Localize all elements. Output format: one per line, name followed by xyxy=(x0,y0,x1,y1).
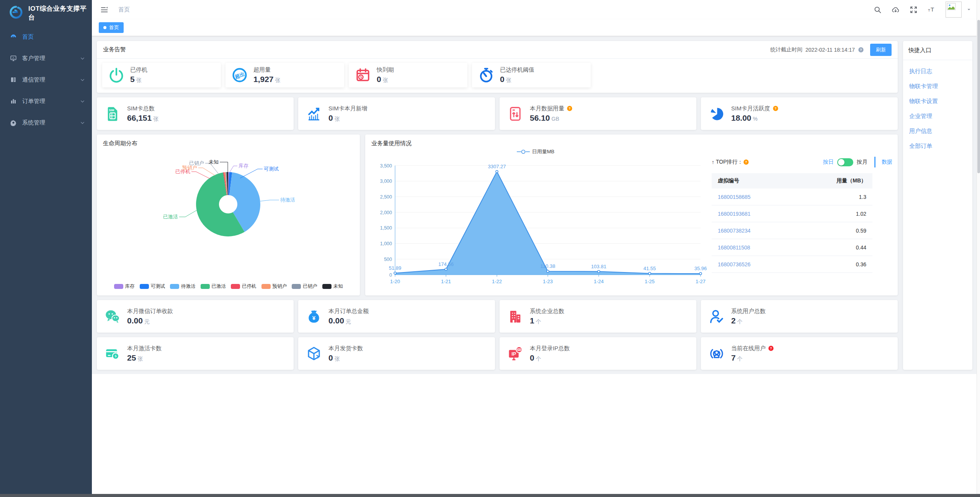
stat-card: 超出超用量1,927张 xyxy=(225,63,344,87)
help-icon[interactable]: ? xyxy=(858,47,864,53)
business-alerts-card: 业务告警 统计截止时间 2022-02-11 18:14:17 ? 刷新 已停机… xyxy=(97,41,898,93)
quick-link[interactable]: 企业管理 xyxy=(909,109,972,124)
tab-home[interactable]: 首页 xyxy=(99,22,124,33)
data-point[interactable] xyxy=(699,272,702,275)
usage-title: 业务量使用情况 xyxy=(365,135,898,147)
stat-value: 18.00% xyxy=(731,113,779,123)
data-point[interactable] xyxy=(547,270,549,272)
virtual-number-link[interactable]: 16800738234 xyxy=(712,228,819,234)
legend-label: 已停机 xyxy=(242,283,256,290)
virtual-number-link[interactable]: 16800193681 xyxy=(712,211,819,217)
y-tick-label: 1,000 xyxy=(380,241,392,246)
stat-label: 超用量 xyxy=(253,66,281,74)
sidebar-item-order[interactable]: 订单管理 xyxy=(0,90,92,112)
sidebar: IOT综合业务支撑平台 首页客户管理通信管理订单管理系统管理 xyxy=(0,0,92,497)
day-month-toggle[interactable] xyxy=(837,158,853,166)
chevron-down-icon xyxy=(80,120,85,125)
stat-card: 已停机5张 xyxy=(102,63,221,87)
data-point[interactable] xyxy=(445,268,447,271)
sidebar-item-customer[interactable]: 客户管理 xyxy=(0,48,92,69)
breadcrumb[interactable]: 首页 xyxy=(118,6,130,13)
top-rank-table: 虚拟编号用量（MB）168001586851.3168001936811.021… xyxy=(712,173,872,273)
by-day-label[interactable]: 按日 xyxy=(823,159,834,166)
topbar-actions: TT xyxy=(874,2,972,18)
help-icon[interactable]: ? xyxy=(768,345,774,351)
legend-item[interactable]: 已销户 xyxy=(292,283,317,290)
data-label: 103.81 xyxy=(591,264,606,269)
sidebar-item-label: 订单管理 xyxy=(22,98,45,105)
column-header: 虚拟编号 xyxy=(712,177,819,184)
pie-label: 已激活 xyxy=(163,214,178,220)
sidebar-item-system[interactable]: 系统管理 xyxy=(0,112,92,133)
usage-area-chart[interactable]: 05001,0001,5002,0002,5003,0003,50051.891… xyxy=(371,154,711,287)
by-month-label[interactable]: 按月 xyxy=(857,159,867,166)
hamburger-icon[interactable] xyxy=(100,6,108,14)
svg-text:SIM: SIM xyxy=(109,108,114,112)
legend-swatch xyxy=(114,284,123,289)
card-activate-icon xyxy=(105,346,121,362)
data-button[interactable]: 数据 xyxy=(882,159,892,166)
stat-value: 66,151张 xyxy=(127,113,158,123)
legend-label: 库存 xyxy=(125,283,135,290)
pie-label-line xyxy=(198,168,215,176)
virtual-number-link[interactable]: 16800158685 xyxy=(712,194,819,200)
window-bottom-edge xyxy=(0,494,980,497)
data-point[interactable] xyxy=(598,271,600,273)
stat-card: 本月数据用量?56.10GB xyxy=(500,97,696,130)
lifecycle-pie-chart[interactable]: 库存可测试待激活已激活已停机预销户已销户未知 xyxy=(97,151,360,279)
legend-item[interactable]: 已停机 xyxy=(231,283,256,290)
statistics-deadline: 统计截止时间 2022-02-11 18:14:17 ? 刷新 xyxy=(770,44,892,56)
sidebar-item-home[interactable]: 首页 xyxy=(0,26,92,48)
legend-item[interactable]: 可测试 xyxy=(140,283,165,290)
table-row: 168001586851.3 xyxy=(712,189,872,205)
quick-link[interactable]: 执行日志 xyxy=(909,64,972,79)
overuse-icon: 超出 xyxy=(232,67,248,83)
data-point[interactable] xyxy=(496,171,498,173)
pie-label: 未知 xyxy=(209,159,219,165)
page-scrollbar[interactable] xyxy=(977,0,980,494)
data-point[interactable] xyxy=(394,272,396,274)
quick-links: 执行日志物联卡管理物联卡设置企业管理用户信息全部订单 xyxy=(903,60,972,154)
refresh-button[interactable]: 刷新 xyxy=(870,44,892,56)
quick-link[interactable]: 物联卡管理 xyxy=(909,79,972,94)
search-icon[interactable] xyxy=(874,6,882,14)
legend-item[interactable]: 已激活 xyxy=(201,283,226,290)
stat-card: 当前在线用户?7个 xyxy=(701,337,898,370)
pie-label-line xyxy=(205,163,219,174)
legend-item[interactable]: 预销户 xyxy=(261,283,287,290)
virtual-number-link[interactable]: 16800811508 xyxy=(712,244,819,251)
stat-value: 0.00元 xyxy=(127,316,173,325)
help-icon[interactable]: ? xyxy=(773,105,779,112)
stat-card: 系统用户总数2个 xyxy=(701,300,898,333)
legend-item[interactable]: 库存 xyxy=(114,283,135,290)
svg-text:超出: 超出 xyxy=(234,71,245,80)
quick-link[interactable]: 物联卡设置 xyxy=(909,94,972,109)
legend-item[interactable]: 待激活 xyxy=(170,283,196,290)
stat-card: SIMSIM卡总数66,151张 xyxy=(97,97,294,130)
stat-unit: 张 xyxy=(136,77,142,83)
fullscreen-icon[interactable] xyxy=(910,6,918,14)
sidebar-item-label: 通信管理 xyxy=(22,76,45,84)
x-tick-label: 1-27 xyxy=(696,279,706,284)
legend-swatch xyxy=(170,284,179,289)
y-tick-label: 3,500 xyxy=(380,163,392,169)
quick-link[interactable]: 全部订单 xyxy=(909,139,972,154)
svg-text:¥: ¥ xyxy=(312,315,316,321)
cloud-download-icon[interactable] xyxy=(892,6,900,14)
help-icon[interactable]: ? xyxy=(743,159,749,165)
avatar[interactable] xyxy=(946,2,962,18)
legend-label: 可测试 xyxy=(151,283,165,290)
stat-unit: 张 xyxy=(383,77,388,83)
quick-link[interactable]: 用户信息 xyxy=(909,124,972,139)
usage-value: 0.44 xyxy=(819,244,872,251)
legend-item[interactable]: 未知 xyxy=(322,283,343,290)
svg-text:?: ? xyxy=(860,48,862,52)
stat-value: 25张 xyxy=(127,353,162,362)
sidebar-item-communication[interactable]: 通信管理 xyxy=(0,69,92,90)
virtual-number-link[interactable]: 16800736526 xyxy=(712,261,819,267)
scrollbar-thumb[interactable] xyxy=(977,20,980,173)
help-icon[interactable]: ? xyxy=(567,105,573,112)
data-point[interactable] xyxy=(648,272,651,275)
fontsize-icon[interactable]: TT xyxy=(928,6,936,14)
caret-down-icon[interactable] xyxy=(966,7,972,12)
